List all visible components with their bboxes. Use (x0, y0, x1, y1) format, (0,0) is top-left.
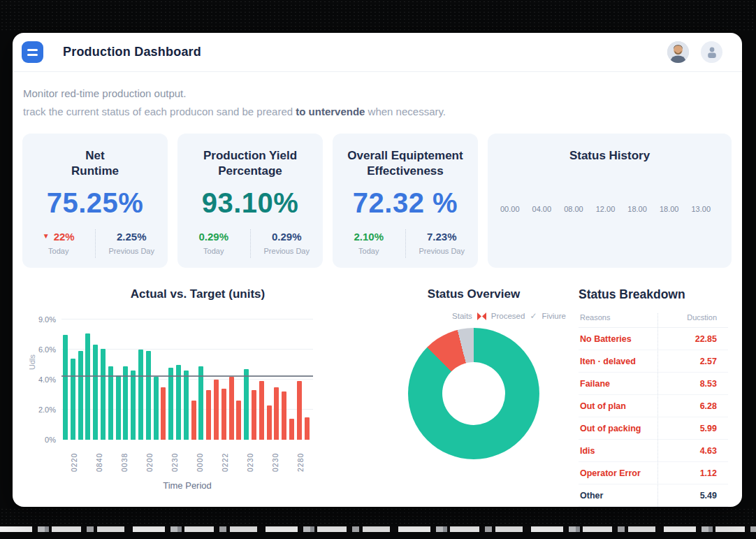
bar-green (131, 371, 136, 440)
bar-red (236, 401, 241, 440)
bars-container (63, 319, 310, 440)
value-cell: 4.63 (652, 446, 727, 456)
kpi-stats: ▼ 22% Today 2.25% Previous Day (22, 229, 168, 258)
value-cell: 8.53 (652, 379, 727, 389)
value-cell: 5.49 (652, 491, 727, 501)
value-cell: 6.28 (652, 401, 727, 411)
value-cell: 2.57 (652, 357, 727, 366)
kpi-today-label: Today (358, 247, 379, 255)
kpi-today-delta: 0.29% (198, 231, 228, 243)
kpi-title: Net Runtime (71, 148, 119, 180)
bar-chart-title: Actual vs. Target (units) (50, 287, 345, 301)
x-axis-tick: 0220 (70, 445, 78, 472)
dashboard-window: Production Dashboard Monitor red-ti (13, 33, 742, 507)
bar-red (161, 387, 166, 440)
donut-panel: Status Overview Staits Procesed ✓ Fiviur… (345, 287, 579, 507)
target-line (61, 375, 313, 377)
kpi-today-delta: 2.10% (354, 231, 384, 243)
reason-cell: Other (580, 491, 652, 501)
x-axis-tick: 0222 (221, 445, 229, 472)
timeline-tick: 08.00 (564, 205, 583, 213)
table-row: Out of plan6.28 (579, 395, 728, 417)
bar-green (78, 351, 83, 440)
reason-cell: Iten · delaved (580, 357, 652, 366)
kpi-stats: 2.10% Today 7.23% Previous Day (333, 229, 478, 258)
kpi-prev-label: Previous Day (109, 247, 154, 255)
kpi-title: Production Yield Percentage (203, 148, 297, 180)
background-noise-top (0, 0, 756, 32)
x-axis-tick: 0230 (271, 445, 279, 472)
app-header: Production Dashboard (13, 33, 742, 72)
bar-green (116, 375, 121, 440)
bar-green (146, 351, 151, 440)
table-header: Reasons Ducstion (579, 313, 728, 328)
bar-green (244, 369, 249, 440)
bar-chart-plot: 0%2.0%4.0%6.0%9.0% (61, 319, 313, 440)
bar-green (85, 333, 90, 440)
column-ducstion: Ducstion (652, 313, 727, 322)
x-axis-tick: 0230 (170, 445, 179, 472)
kpi-value: 72.32 % (353, 187, 458, 219)
film-strip-decoration (0, 526, 756, 532)
user-avatar[interactable] (667, 41, 689, 63)
account-button[interactable] (701, 41, 722, 63)
reason-cell: Operator Error (580, 468, 652, 478)
kpi-card-oee: Overall Equiptement Effectiveness 72.32 … (333, 134, 478, 268)
person-icon (707, 47, 717, 58)
donut-chart (408, 328, 539, 459)
check-icon: ✓ (530, 311, 537, 321)
kpi-card-net-runtime: Net Runtime 75.25% ▼ 22% Today 2.25% Pre… (22, 134, 168, 268)
triangle-down-icon: ▼ (43, 233, 50, 240)
status-breakdown-table: Reasons Ducstion No Batteries22.85Iten ·… (579, 313, 728, 507)
header-actions (667, 41, 722, 63)
status-breakdown-panel: Status Breakdown Reasons Ducstion No Bat… (579, 287, 728, 507)
table-body: No Batteries22.85Iten · delaved2.57Faila… (579, 328, 728, 507)
donut-legend: Staits Procesed ✓ Fiviure (369, 311, 566, 321)
charts-section: Actual vs. Target (units) Udls 0%2.0%4.0… (13, 268, 742, 507)
kpi-prev-label: Previous Day (264, 247, 310, 255)
bar-red (289, 419, 294, 440)
bar-green (108, 366, 113, 440)
kpi-value: 75.25% (47, 187, 144, 219)
bar-red (191, 401, 196, 440)
donut-hole (442, 362, 505, 425)
bowtie-icon (477, 312, 486, 320)
bar-red (214, 380, 219, 440)
bar-red (221, 389, 226, 440)
timeline-tick: 04.00 (532, 205, 552, 213)
bar-red (252, 390, 256, 440)
y-axis-tick: 2.0% (38, 405, 56, 414)
bar-red (282, 391, 286, 440)
intro-line-1: Monitor red-time production output. (23, 87, 742, 99)
reason-cell: Failane (580, 379, 652, 389)
timeline-tick: 13.00 (691, 205, 711, 213)
value-cell: 1.12 (652, 468, 727, 478)
kpi-prev-value: 0.29% (272, 231, 302, 243)
bar-green (63, 335, 68, 440)
x-axis-tick: 0000 (196, 445, 204, 472)
kpi-card-production-yield: Production Yield Percentage 93.10% 0.29%… (177, 134, 323, 268)
kpi-today-label: Today (48, 247, 68, 255)
legend-item-fiviure: Fiviure (541, 312, 566, 320)
bar-green (168, 368, 173, 440)
bar-green (138, 350, 143, 440)
intro-line-2: track the current status of each produco… (23, 106, 742, 117)
y-axis-tick: 6.0% (38, 345, 56, 354)
y-axis-tick: 9.0% (38, 315, 56, 324)
x-axis-label: Time Period (61, 480, 313, 491)
x-axis-tick: 0230 (246, 445, 254, 472)
x-axis-tick: 0038 (120, 445, 129, 472)
bar-green (71, 359, 75, 440)
y-axis-label: Udls (28, 354, 36, 370)
value-cell: 5.99 (652, 424, 727, 433)
menu-button[interactable] (22, 41, 43, 63)
intro-text: Monitor red-time production output. trac… (13, 72, 742, 117)
reason-cell: Out of plan (580, 401, 652, 411)
bar-red (274, 387, 279, 440)
table-title: Status Breakdown (579, 287, 728, 302)
donut-title: Status Overview (369, 287, 579, 301)
kpi-prev-value: 2.25% (117, 231, 147, 243)
bar-red (229, 377, 234, 440)
column-reasons: Reasons (580, 313, 652, 322)
status-history-axis: 00.0004.0008.0012.0018.0018.0013.00 (500, 205, 711, 213)
